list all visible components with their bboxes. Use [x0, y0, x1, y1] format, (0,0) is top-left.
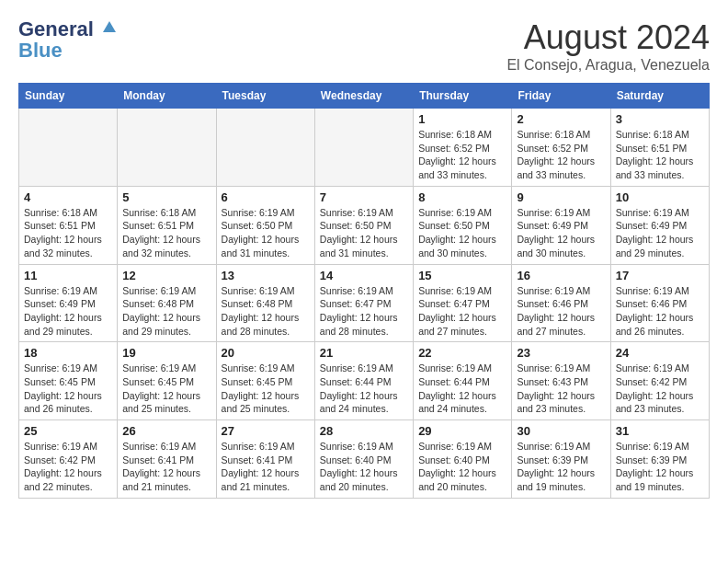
calendar-day-cell: 7Sunrise: 6:19 AM Sunset: 6:50 PM Daylig…: [314, 186, 413, 264]
calendar-week-row: 1Sunrise: 6:18 AM Sunset: 6:52 PM Daylig…: [19, 109, 710, 187]
day-number: 11: [24, 269, 112, 282]
calendar-day-cell: 11Sunrise: 6:19 AM Sunset: 6:49 PM Dayli…: [19, 264, 118, 342]
day-info: Sunrise: 6:19 AM Sunset: 6:40 PM Dayligh…: [320, 440, 408, 494]
day-number: 13: [222, 269, 310, 282]
day-info: Sunrise: 6:18 AM Sunset: 6:52 PM Dayligh…: [517, 128, 605, 182]
day-info: Sunrise: 6:18 AM Sunset: 6:51 PM Dayligh…: [122, 206, 210, 260]
day-info: Sunrise: 6:19 AM Sunset: 6:46 PM Dayligh…: [616, 284, 704, 339]
day-info: Sunrise: 6:19 AM Sunset: 6:44 PM Dayligh…: [418, 362, 506, 416]
day-info: Sunrise: 6:18 AM Sunset: 6:52 PM Dayligh…: [418, 128, 506, 182]
calendar-day-cell: 4Sunrise: 6:18 AM Sunset: 6:51 PM Daylig…: [19, 186, 118, 264]
day-info: Sunrise: 6:19 AM Sunset: 6:40 PM Dayligh…: [418, 440, 506, 494]
day-info: Sunrise: 6:19 AM Sunset: 6:49 PM Dayligh…: [517, 206, 605, 260]
day-info: Sunrise: 6:19 AM Sunset: 6:50 PM Dayligh…: [320, 206, 408, 260]
calendar-week-row: 11Sunrise: 6:19 AM Sunset: 6:49 PM Dayli…: [19, 264, 710, 342]
calendar-week-row: 18Sunrise: 6:19 AM Sunset: 6:45 PM Dayli…: [19, 342, 710, 420]
calendar-day-cell: 21Sunrise: 6:19 AM Sunset: 6:44 PM Dayli…: [314, 342, 413, 420]
calendar-day-cell: 14Sunrise: 6:19 AM Sunset: 6:47 PM Dayli…: [314, 264, 413, 342]
weekday-header-cell: Thursday: [414, 84, 512, 109]
calendar-day-cell: 24Sunrise: 6:19 AM Sunset: 6:42 PM Dayli…: [610, 342, 709, 420]
calendar-day-cell: 22Sunrise: 6:19 AM Sunset: 6:44 PM Dayli…: [414, 342, 512, 420]
calendar-day-cell: [216, 109, 314, 187]
calendar-day-cell: [118, 109, 216, 187]
day-info: Sunrise: 6:19 AM Sunset: 6:47 PM Dayligh…: [418, 284, 506, 339]
day-info: Sunrise: 6:19 AM Sunset: 6:42 PM Dayligh…: [616, 362, 704, 416]
calendar-day-cell: 25Sunrise: 6:19 AM Sunset: 6:42 PM Dayli…: [19, 420, 118, 499]
day-number: 30: [517, 424, 605, 438]
calendar-table: SundayMondayTuesdayWednesdayThursdayFrid…: [18, 83, 710, 499]
day-info: Sunrise: 6:19 AM Sunset: 6:47 PM Dayligh…: [320, 284, 408, 339]
calendar-week-row: 25Sunrise: 6:19 AM Sunset: 6:42 PM Dayli…: [19, 420, 710, 499]
day-info: Sunrise: 6:19 AM Sunset: 6:39 PM Dayligh…: [517, 440, 605, 494]
day-number: 31: [616, 424, 704, 438]
calendar-day-cell: 20Sunrise: 6:19 AM Sunset: 6:45 PM Dayli…: [216, 342, 314, 420]
calendar-day-cell: 16Sunrise: 6:19 AM Sunset: 6:46 PM Dayli…: [512, 264, 610, 342]
calendar-day-cell: 28Sunrise: 6:19 AM Sunset: 6:40 PM Dayli…: [314, 420, 413, 499]
day-info: Sunrise: 6:19 AM Sunset: 6:42 PM Dayligh…: [24, 440, 112, 494]
day-number: 5: [122, 190, 210, 204]
day-number: 2: [517, 112, 605, 126]
calendar-day-cell: 27Sunrise: 6:19 AM Sunset: 6:41 PM Dayli…: [216, 420, 314, 499]
calendar-day-cell: 29Sunrise: 6:19 AM Sunset: 6:40 PM Dayli…: [414, 420, 512, 499]
day-info: Sunrise: 6:19 AM Sunset: 6:45 PM Dayligh…: [222, 362, 310, 416]
calendar-day-cell: 6Sunrise: 6:19 AM Sunset: 6:50 PM Daylig…: [216, 186, 314, 264]
calendar-day-cell: 17Sunrise: 6:19 AM Sunset: 6:46 PM Dayli…: [610, 264, 709, 342]
weekday-header-row: SundayMondayTuesdayWednesdayThursdayFrid…: [19, 84, 710, 109]
day-info: Sunrise: 6:19 AM Sunset: 6:48 PM Dayligh…: [222, 284, 310, 339]
calendar-day-cell: 9Sunrise: 6:19 AM Sunset: 6:49 PM Daylig…: [512, 186, 610, 264]
weekday-header-cell: Wednesday: [314, 84, 413, 109]
day-info: Sunrise: 6:19 AM Sunset: 6:48 PM Dayligh…: [122, 284, 210, 339]
logo: General Blue: [18, 18, 118, 61]
day-number: 24: [616, 346, 704, 360]
day-number: 15: [418, 269, 506, 282]
location-subtitle: El Consejo, Aragua, Venezuela: [506, 57, 710, 74]
day-number: 27: [222, 424, 310, 438]
calendar-day-cell: 12Sunrise: 6:19 AM Sunset: 6:48 PM Dayli…: [118, 264, 216, 342]
day-number: 1: [418, 112, 506, 126]
day-info: Sunrise: 6:19 AM Sunset: 6:49 PM Dayligh…: [24, 284, 112, 339]
calendar-day-cell: 26Sunrise: 6:19 AM Sunset: 6:41 PM Dayli…: [118, 420, 216, 499]
day-number: 23: [517, 346, 605, 360]
calendar-day-cell: 2Sunrise: 6:18 AM Sunset: 6:52 PM Daylig…: [512, 109, 610, 187]
day-info: Sunrise: 6:19 AM Sunset: 6:45 PM Dayligh…: [122, 362, 210, 416]
day-info: Sunrise: 6:19 AM Sunset: 6:41 PM Dayligh…: [222, 440, 310, 494]
day-number: 21: [320, 346, 408, 360]
day-number: 26: [122, 424, 210, 438]
page-header: General Blue August 2024 El Consejo, Ara…: [18, 18, 710, 74]
day-info: Sunrise: 6:19 AM Sunset: 6:49 PM Dayligh…: [616, 206, 704, 260]
calendar-day-cell: 10Sunrise: 6:19 AM Sunset: 6:49 PM Dayli…: [610, 186, 709, 264]
day-info: Sunrise: 6:19 AM Sunset: 6:41 PM Dayligh…: [122, 440, 210, 494]
day-number: 12: [122, 269, 210, 282]
svg-marker-0: [103, 21, 116, 32]
day-number: 8: [418, 190, 506, 204]
weekday-header-cell: Sunday: [19, 84, 118, 109]
calendar-day-cell: 13Sunrise: 6:19 AM Sunset: 6:48 PM Dayli…: [216, 264, 314, 342]
day-info: Sunrise: 6:18 AM Sunset: 6:51 PM Dayligh…: [616, 128, 704, 182]
day-info: Sunrise: 6:19 AM Sunset: 6:50 PM Dayligh…: [222, 206, 310, 260]
calendar-day-cell: 31Sunrise: 6:19 AM Sunset: 6:39 PM Dayli…: [610, 420, 709, 499]
day-info: Sunrise: 6:19 AM Sunset: 6:50 PM Dayligh…: [418, 206, 506, 260]
day-info: Sunrise: 6:19 AM Sunset: 6:44 PM Dayligh…: [320, 362, 408, 416]
calendar-day-cell: 30Sunrise: 6:19 AM Sunset: 6:39 PM Dayli…: [512, 420, 610, 499]
calendar-day-cell: [19, 109, 118, 187]
day-info: Sunrise: 6:19 AM Sunset: 6:46 PM Dayligh…: [517, 284, 605, 339]
day-info: Sunrise: 6:19 AM Sunset: 6:43 PM Dayligh…: [517, 362, 605, 416]
day-info: Sunrise: 6:19 AM Sunset: 6:45 PM Dayligh…: [24, 362, 112, 416]
logo-icon: [101, 19, 118, 36]
calendar-week-row: 4Sunrise: 6:18 AM Sunset: 6:51 PM Daylig…: [19, 186, 710, 264]
day-info: Sunrise: 6:19 AM Sunset: 6:39 PM Dayligh…: [616, 440, 704, 494]
month-title: August 2024: [506, 18, 710, 57]
day-number: 29: [418, 424, 506, 438]
day-number: 18: [24, 346, 112, 360]
day-number: 4: [24, 190, 112, 204]
day-number: 19: [122, 346, 210, 360]
day-number: 28: [320, 424, 408, 438]
calendar-day-cell: 18Sunrise: 6:19 AM Sunset: 6:45 PM Dayli…: [19, 342, 118, 420]
calendar-body: 1Sunrise: 6:18 AM Sunset: 6:52 PM Daylig…: [19, 109, 710, 499]
calendar-day-cell: 23Sunrise: 6:19 AM Sunset: 6:43 PM Dayli…: [512, 342, 610, 420]
calendar-day-cell: [314, 109, 413, 187]
day-number: 20: [222, 346, 310, 360]
day-number: 3: [616, 112, 704, 126]
day-number: 22: [418, 346, 506, 360]
weekday-header-cell: Saturday: [610, 84, 709, 109]
